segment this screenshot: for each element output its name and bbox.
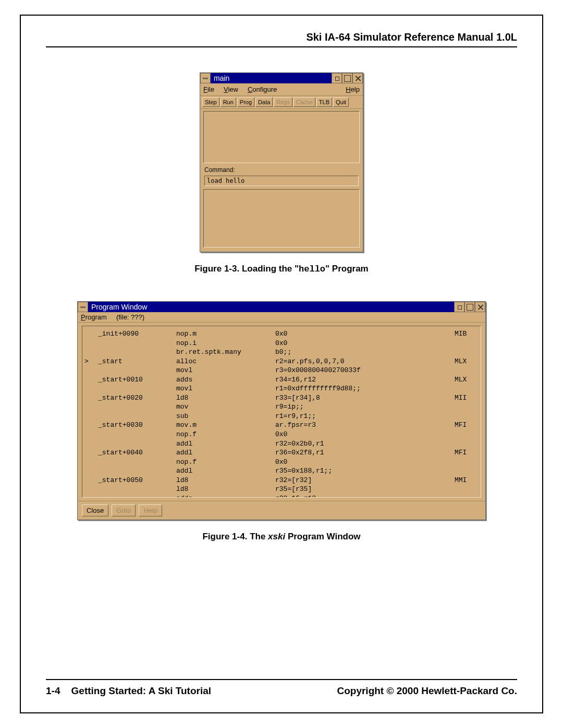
row-args: r34=16,r12	[275, 375, 455, 385]
run-button[interactable]: Run	[221, 97, 236, 107]
row-args: r9=ip;;	[275, 402, 455, 412]
row-bundle	[455, 466, 479, 476]
program-titlebar: Program Window	[78, 302, 485, 312]
disasm-row: addsr38=16,r12	[84, 494, 479, 498]
row-bundle: MLX	[455, 375, 479, 385]
row-label: _start+0050	[98, 476, 176, 485]
row-opcode: sub	[176, 412, 275, 421]
section-title: Getting Started: A Ski Tutorial	[71, 685, 211, 696]
row-opcode: nop.f	[176, 458, 275, 467]
program-file-label: (file: ???)	[116, 313, 144, 321]
row-opcode: nop.i	[176, 339, 275, 348]
disasm-row: _start+0050ld8r32=[r32]MMI	[84, 476, 479, 485]
command-input[interactable]: load hello	[204, 176, 359, 186]
row-bundle	[455, 384, 479, 393]
row-marker	[84, 466, 98, 476]
figure-1-3-caption: Figure 1-3. Loading the "hello" Program	[46, 264, 517, 274]
row-marker	[84, 494, 98, 498]
program-subheader: Program (file: ???)	[78, 312, 485, 323]
row-label: _init+0090	[98, 329, 176, 339]
menu-help[interactable]: Help	[346, 85, 360, 93]
row-args: r36=0x2f8,r1	[275, 448, 455, 458]
menu-file[interactable]: File	[203, 85, 214, 93]
regs-button[interactable]: Regs	[274, 97, 292, 107]
row-label	[98, 439, 176, 449]
row-label	[98, 402, 176, 412]
close-button[interactable]: Close	[82, 504, 108, 516]
row-bundle: MFI	[455, 421, 479, 430]
row-opcode: mov	[176, 402, 275, 412]
tlb-button[interactable]: TLB	[316, 97, 332, 107]
program-menu[interactable]: Program	[81, 313, 107, 321]
row-args: r3=0x000800400270033f	[275, 366, 455, 375]
help-button[interactable]: Help	[139, 504, 162, 516]
close-icon[interactable]	[475, 302, 485, 312]
row-marker	[84, 348, 98, 357]
row-marker	[84, 402, 98, 412]
row-bundle: MMI	[455, 476, 479, 485]
main-titlebar: main	[200, 73, 363, 83]
row-marker	[84, 412, 98, 421]
row-bundle	[455, 430, 479, 439]
main-output-panel	[203, 111, 360, 163]
row-marker	[84, 366, 98, 375]
row-opcode: ld8	[176, 393, 275, 403]
row-args: 0x0	[275, 458, 455, 467]
minimize-icon[interactable]	[454, 302, 464, 312]
disasm-row: addlr35=0x188,r1;;	[84, 466, 479, 476]
goto-button[interactable]: Goto	[112, 504, 136, 516]
cache-button[interactable]: Cache	[293, 97, 315, 107]
maximize-icon[interactable]	[342, 73, 352, 83]
row-bundle	[455, 439, 479, 449]
row-label	[98, 384, 176, 393]
row-bundle	[455, 458, 479, 467]
step-button[interactable]: Step	[202, 97, 219, 107]
command-label: Command:	[200, 165, 363, 175]
disasm-row: movlr3=0x000800400270033f	[84, 366, 479, 375]
program-window-title: Program Window	[88, 302, 454, 312]
row-args: r35=0x188,r1;;	[275, 466, 455, 476]
quit-button[interactable]: Quit	[333, 97, 349, 107]
row-args: b0;;	[275, 348, 455, 357]
row-label	[98, 366, 176, 375]
close-icon[interactable]	[352, 73, 363, 83]
row-label	[98, 494, 176, 498]
row-label	[98, 412, 176, 421]
disasm-row: subr1=r9,r1;;	[84, 412, 479, 421]
row-opcode: mov.m	[176, 421, 275, 430]
page-number: 1-4	[46, 685, 60, 696]
row-marker	[84, 458, 98, 467]
main-lower-panel	[203, 189, 360, 248]
row-opcode: adds	[176, 375, 275, 385]
row-opcode: addl	[176, 439, 275, 449]
row-marker	[84, 485, 98, 494]
row-args: r38=16,r12	[275, 494, 455, 498]
minimize-icon[interactable]	[332, 73, 342, 83]
row-marker	[84, 339, 98, 348]
program-window: Program Window Program (file: ???) _init…	[77, 301, 486, 520]
row-label: _start+0030	[98, 421, 176, 430]
menu-configure[interactable]: Configure	[248, 85, 277, 93]
row-opcode: ld8	[176, 485, 275, 494]
window-menu-icon[interactable]	[200, 73, 211, 83]
window-menu-icon[interactable]	[78, 302, 88, 312]
disasm-row: ld8r35=[r35]	[84, 485, 479, 494]
row-label: _start	[98, 357, 176, 366]
row-opcode: ld8	[176, 476, 275, 485]
maximize-icon[interactable]	[464, 302, 475, 312]
row-bundle	[455, 494, 479, 498]
row-label: _start+0010	[98, 375, 176, 385]
copyright: Copyright © 2000 Hewlett-Packard Co.	[337, 685, 517, 697]
row-marker	[84, 476, 98, 485]
row-marker	[84, 448, 98, 458]
prog-button[interactable]: Prog	[237, 97, 254, 107]
document-page: Ski IA-64 Simulator Reference Manual 1.0…	[20, 15, 543, 713]
row-args: r35=[r35]	[275, 485, 455, 494]
row-bundle: MLX	[455, 357, 479, 366]
row-marker	[84, 421, 98, 430]
menu-view[interactable]: View	[224, 85, 238, 93]
data-button[interactable]: Data	[255, 97, 273, 107]
disasm-row: _start+0040addlr36=0x2f8,r1MFI	[84, 448, 479, 458]
row-label	[98, 348, 176, 357]
command-section: Command: load hello	[200, 165, 363, 186]
